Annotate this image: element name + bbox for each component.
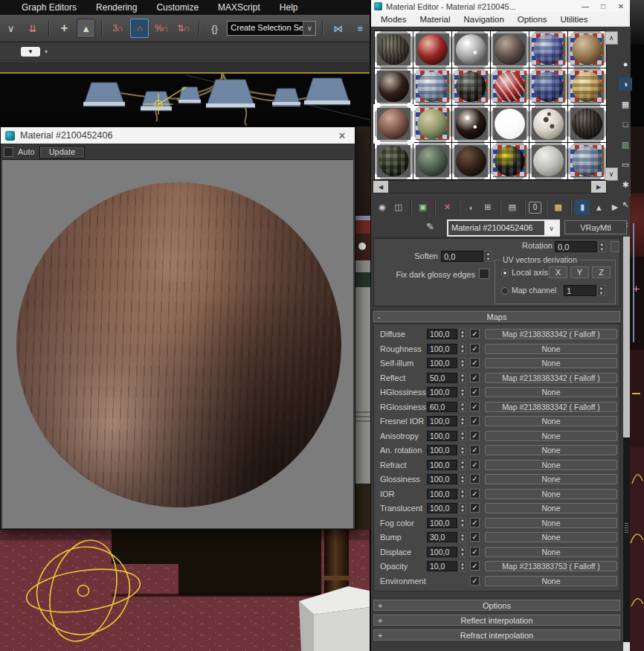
axis-button-x[interactable]: X (549, 266, 567, 278)
map-slot-button[interactable]: None (485, 387, 617, 397)
material-sample-10[interactable] (491, 68, 529, 105)
scroll-left-icon[interactable]: ◀ (373, 181, 388, 193)
rollout-options[interactable]: Options (373, 600, 620, 611)
map-amount-field[interactable]: 100,0 (427, 518, 457, 528)
preview-window-titlebar[interactable]: Material #2100452406 ✕ (1, 127, 355, 144)
background-checker-icon[interactable]: ▦ (619, 97, 632, 111)
scroll-right-icon[interactable]: ▶ (591, 181, 606, 193)
axis-button-y[interactable]: Y (570, 266, 589, 278)
spinner-arrows[interactable]: ▴▾ (459, 561, 466, 571)
material-sample-21[interactable] (452, 143, 490, 179)
map-enable-checkbox[interactable]: ✓ (470, 431, 480, 440)
map-channel-field[interactable]: 1 (564, 285, 596, 296)
show-end-result-icon[interactable]: ▮ (575, 199, 590, 215)
spinner-arrows[interactable]: ▴▾ (459, 460, 466, 470)
palette-scroll-down-button[interactable]: ∨ (605, 167, 618, 181)
map-enable-checkbox[interactable]: ✓ (470, 460, 480, 469)
material-sample-11[interactable] (529, 68, 567, 105)
map-slot-button[interactable]: None (485, 431, 617, 441)
soften-field[interactable]: 0,0 (441, 251, 483, 262)
map-amount-field[interactable]: 100,0 (427, 416, 457, 426)
spinner-snap-toggle-icon[interactable]: ⇅∩ (174, 19, 193, 38)
scroll-track[interactable] (388, 181, 591, 193)
map-slot-button[interactable]: None (485, 503, 617, 513)
maps-rollout-header[interactable]: Maps (373, 311, 620, 322)
material-sample-15[interactable] (452, 106, 490, 142)
select-place-icon[interactable]: ▲ (77, 19, 95, 38)
scrollbar-bottom-button[interactable] (623, 642, 630, 651)
snap-toggle-3d-icon[interactable]: 3∩ (108, 19, 126, 38)
named-selection-set-combo[interactable]: Create Selection Se∨ (227, 21, 316, 36)
editor-titlebar[interactable]: Material Editor - Material #210045... — … (371, 0, 630, 13)
named-selection-sets-icon[interactable]: {} (205, 19, 224, 38)
map-amount-field[interactable]: 100,0 (427, 445, 457, 455)
menu-graph-editors[interactable]: Graph Editors (12, 0, 86, 15)
map-enable-checkbox[interactable]: ✓ (470, 344, 480, 353)
map-slot-button[interactable]: None (485, 344, 617, 354)
map-enable-checkbox[interactable]: ✓ (470, 503, 480, 513)
map-enable-checkbox[interactable]: ✓ (470, 373, 480, 382)
material-name-combo[interactable]: Material #2100452406 ∨ (447, 219, 560, 237)
spinner-arrows[interactable]: ▴▾ (459, 503, 466, 513)
map-enable-checkbox[interactable]: ✓ (470, 532, 480, 542)
scrollbar-thumb[interactable] (623, 237, 630, 437)
spinner-arrows[interactable]: ▴▾ (459, 373, 466, 383)
material-sample-13-active[interactable] (375, 106, 413, 142)
map-channel-spinner[interactable]: ▴▾ (597, 285, 605, 296)
show-map-in-viewport-icon[interactable]: ▩ (551, 199, 566, 215)
put-to-library-icon[interactable]: ▤ (505, 199, 520, 215)
map-enable-checkbox[interactable]: ✓ (470, 561, 480, 571)
editor-menu-modes[interactable]: Modes (374, 13, 413, 26)
select-and-manipulate-icon[interactable]: ⇊ (23, 19, 42, 38)
map-amount-field[interactable]: 100,0 (427, 387, 457, 397)
map-amount-field[interactable]: 100,0 (427, 329, 457, 339)
material-sample-14[interactable] (413, 106, 451, 142)
video-color-check-icon[interactable]: ▥ (619, 138, 632, 151)
map-slot-button[interactable]: None (485, 489, 617, 499)
map-slot-button[interactable]: None (485, 532, 617, 542)
menu-help[interactable]: Help (270, 0, 308, 15)
material-sample-19[interactable] (375, 143, 413, 179)
spinner-arrows[interactable]: ▴▾ (459, 474, 466, 484)
material-sample-5[interactable] (529, 31, 567, 68)
map-enable-checkbox[interactable]: ✓ (470, 445, 480, 455)
close-icon[interactable]: ✕ (612, 0, 630, 13)
map-slot-button[interactable]: None (485, 518, 617, 528)
map-slot-button[interactable]: None (485, 358, 617, 368)
map-enable-checkbox[interactable]: ✓ (470, 329, 480, 339)
rollout-reflect-interpolation[interactable]: Reflect interpolation (373, 615, 620, 626)
map-slot-button[interactable]: None (485, 547, 617, 557)
material-sample-18[interactable] (568, 106, 606, 142)
map-enable-checkbox[interactable]: ✓ (470, 518, 480, 527)
go-to-parent-icon[interactable]: ▲ (591, 199, 606, 215)
spinner-arrows[interactable]: ▴▾ (459, 532, 466, 542)
spinner-arrows[interactable]: ▴▾ (459, 489, 466, 499)
material-sample-20[interactable] (413, 143, 451, 179)
map-enable-checkbox[interactable]: ✓ (470, 387, 480, 397)
map-slot-button[interactable]: None (485, 460, 617, 470)
update-button[interactable]: Update (39, 146, 85, 158)
select-and-move-icon[interactable]: + (55, 19, 74, 38)
map-amount-field[interactable]: 100,0 (427, 547, 457, 557)
spinner-arrows[interactable]: ▴▾ (459, 358, 466, 368)
material-sample-2[interactable] (413, 31, 451, 68)
menu-rendering[interactable]: Rendering (86, 0, 146, 15)
editor-menu-utilities[interactable]: Utilities (553, 13, 594, 26)
reset-map-icon[interactable]: ✕ (439, 199, 454, 215)
material-sample-1[interactable] (375, 31, 413, 68)
map-enable-checkbox[interactable]: ✓ (470, 489, 480, 498)
map-slot-button[interactable]: None (485, 576, 617, 586)
map-amount-field[interactable]: 100,0 (427, 358, 457, 368)
align-icon[interactable]: ≡ (351, 19, 370, 38)
scrollbar-grip[interactable] (625, 523, 628, 533)
minimize-icon[interactable]: — (576, 0, 594, 13)
chevron-down-icon[interactable]: ∨ (544, 221, 558, 235)
angle-snap-toggle-icon[interactable]: ∩ (130, 19, 149, 38)
chevron-down-icon[interactable]: ∨ (303, 22, 315, 35)
rollout-refract-interpolation[interactable]: Refract interpolation (373, 629, 620, 641)
map-enable-checkbox[interactable]: ✓ (470, 402, 480, 411)
material-sample-23[interactable] (529, 143, 567, 179)
make-unique-icon[interactable]: ⊞ (480, 199, 495, 215)
axis-button-z[interactable]: Z (592, 266, 611, 278)
map-slot-button[interactable]: Map #2138383342 ( Falloff ) (485, 329, 617, 339)
